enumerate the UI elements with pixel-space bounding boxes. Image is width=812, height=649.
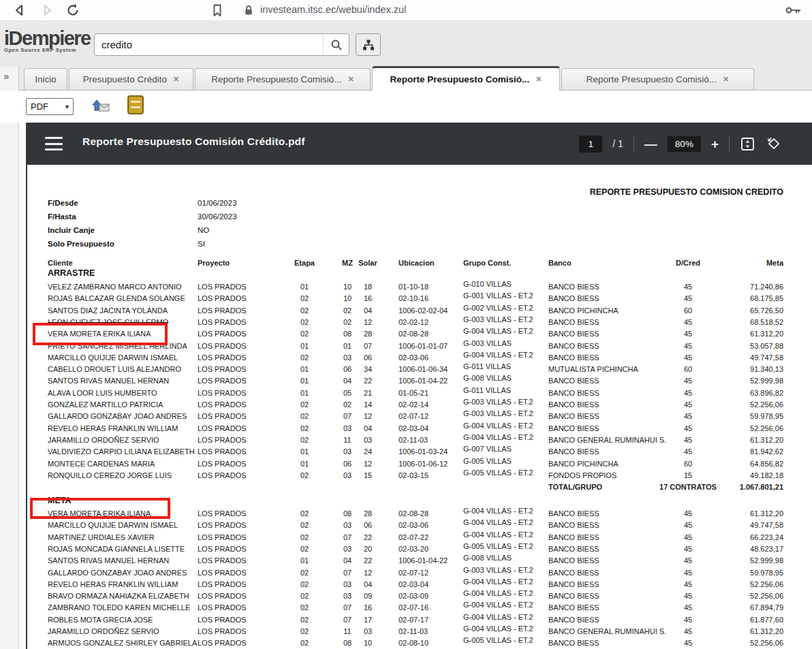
tab-close-icon[interactable]: ✕	[723, 76, 729, 83]
table-row: VELEZ ZAMBRANO MARCO ANTONIOLOS PRADOS01…	[27, 281, 812, 293]
search-input[interactable]	[95, 39, 323, 50]
table-row: MARCILLO QUIJIJE DARWIN ISMAELLOS PRADOS…	[27, 352, 812, 364]
cell-solar: 21	[356, 387, 380, 398]
hamburger-menu-icon[interactable]	[45, 137, 63, 151]
cell-dcred: 45	[659, 567, 717, 578]
cell-solar: 04	[356, 579, 380, 590]
tab-presupuesto-credito[interactable]: Presupuesto Crédito ✕	[69, 68, 193, 90]
tab-reporte-comision-3[interactable]: Reporte Presupuesto Comisió... ✕	[561, 68, 754, 90]
cell-solar: 06	[356, 520, 380, 531]
cell-proyecto: LOS PRADOS	[198, 399, 286, 410]
divider	[729, 136, 730, 152]
cell-dcred: 45	[659, 446, 717, 457]
cell-grupo: G-001 VILLAS - ET.2	[463, 290, 546, 301]
cell-ubicacion: 02-07-16	[399, 602, 461, 613]
cell-dcred: 45	[659, 399, 717, 410]
cell-solar: 12	[356, 458, 380, 469]
cell-grupo: G-011 VILLAS	[463, 385, 546, 396]
cell-proyecto: LOS PRADOS	[198, 364, 286, 375]
highlight-annotation-box	[30, 498, 170, 519]
chevron-down-icon: ▾	[65, 103, 69, 110]
table-row: GONZALEZ MARTILLO PATRICIALOS PRADOS0202…	[27, 399, 812, 411]
tab-label: Reporte Presupuesto Comisió...	[390, 74, 529, 84]
cell-grupo: G-007 VILLAS	[463, 443, 546, 454]
send-mail-icon[interactable]	[87, 96, 110, 115]
rotate-icon[interactable]	[766, 136, 782, 152]
key-icon[interactable]	[785, 3, 802, 17]
cell-banco: BANCO BIESS	[548, 423, 659, 434]
cell-dcred: 45	[659, 352, 717, 363]
tab-inicio[interactable]: Inicio	[24, 68, 67, 90]
cell-dcred: 45	[659, 614, 717, 625]
cell-ubicacion: 1006-01-01-07	[399, 341, 461, 351]
cell-solar: 18	[356, 281, 380, 292]
zoom-level-display[interactable]: 80%	[668, 136, 701, 152]
tab-close-icon[interactable]: ✕	[173, 76, 179, 83]
cell-banco: BANCO PICHINCHA	[548, 458, 659, 469]
cell-solar: 22	[356, 532, 380, 543]
sidebar-expand-chevron[interactable]: »	[3, 70, 9, 82]
cell-meta: 67.894,79	[717, 602, 783, 613]
back-icon[interactable]	[12, 3, 27, 18]
page-number-input[interactable]: 1	[579, 136, 602, 153]
idempiere-logo: iDempiere Open Source ERP System	[4, 28, 91, 53]
cell-ubicacion: 1006-02-02-04	[399, 305, 461, 316]
cell-ubicacion: 02-07-12	[399, 567, 461, 578]
browser-toolbar: investeam.itsc.ec/webui/index.zul	[0, 0, 812, 21]
archive-icon[interactable]	[127, 95, 144, 115]
cell-grupo: G-004 VILLAS - ET.2	[463, 349, 546, 360]
search-button[interactable]	[323, 34, 349, 55]
format-select[interactable]: PDF ▾	[26, 98, 74, 115]
search-icon	[330, 38, 343, 52]
tab-label: Reporte Presupuesto Comisió...	[211, 74, 341, 84]
zoom-out-button[interactable]: —	[644, 138, 657, 151]
table-row: VALDIVIEZO CARPIO LILIANA ELIZABETHLOS P…	[27, 446, 812, 458]
bookmark-icon[interactable]	[210, 3, 225, 18]
cell-proyecto: LOS PRADOS	[198, 614, 286, 625]
cell-etapa: 02	[290, 305, 319, 316]
tab-reporte-comision-2-active[interactable]: Reporte Presupuesto Comisió... ✕	[372, 66, 560, 91]
report-param: F/Hasta 30/06/2023	[48, 212, 388, 222]
tab-close-icon[interactable]: ✕	[535, 76, 542, 83]
tab-close-icon[interactable]: ✕	[348, 76, 354, 83]
zoom-in-button[interactable]: +	[711, 138, 719, 151]
cell-grupo: G-003 VILLAS - ET.2	[463, 314, 546, 325]
cell-cliente: ROBLES MOTA GRECIA JOSE	[48, 614, 196, 625]
cell-banco: BANCO BIESS	[548, 532, 659, 543]
app-header: iDempiere Open Source ERP System	[0, 21, 812, 66]
cell-grupo: G-003 VILLAS - ET.2	[463, 565, 546, 575]
table-row: JARAMILLO ORDOÑEZ SERVIOLOS PRADOS021103…	[27, 626, 812, 637]
cell-cliente: JARAMILLO ORDOÑEZ SERVIO	[48, 434, 196, 445]
section-heading: ARRASTRE	[48, 268, 95, 278]
cell-dcred: 45	[659, 375, 717, 386]
cell-banco: BANCO BIESS	[548, 508, 659, 519]
cell-banco: BANCO PICHINCHA	[548, 305, 659, 316]
url-address[interactable]: investeam.itsc.ec/webui/index.zul	[260, 4, 406, 15]
table-row: MONTECE CARDENAS MARIALOS PRADOS01061210…	[27, 458, 812, 470]
cell-ubicacion: 1006-01-06-34	[399, 364, 461, 375]
cell-cliente: ZAMBRANO TOLEDO KAREN MICHELLE	[48, 602, 196, 613]
menu-tree-button[interactable]	[356, 33, 381, 56]
tab-label: Reporte Presupuesto Comisió...	[587, 74, 717, 84]
table-row: SANTOS RIVAS MANUEL HERNANLOS PRADOS0104…	[27, 555, 812, 567]
cell-solar: 03	[356, 434, 380, 445]
table-row: REVELO HERAS FRANKLIN WILLIAMLOS PRADOS0…	[27, 579, 812, 590]
cell-dcred: 45	[659, 387, 717, 398]
cell-grupo: G-008 VILLAS	[463, 373, 546, 383]
tab-reporte-comision-1[interactable]: Reporte Presupuesto Comisió... ✕	[195, 68, 371, 90]
cell-ubicacion: 02-07-17	[399, 614, 461, 625]
fit-page-icon[interactable]	[740, 136, 755, 152]
pdf-viewer: Reporte Presupuesto Comisión Crédito.pdf…	[26, 123, 812, 649]
cell-meta: 61.877,60	[717, 614, 783, 625]
forward-icon[interactable]	[40, 3, 54, 18]
reload-icon[interactable]	[65, 3, 80, 18]
cell-grupo: G-004 VILLAS - ET.2	[463, 588, 546, 599]
cell-ubicacion: 02-03-09	[399, 590, 461, 601]
cell-grupo: G-004 VILLAS - ET.2	[463, 517, 546, 528]
cell-meta: 81.942,62	[717, 446, 783, 457]
cell-solar: 14	[356, 399, 380, 410]
table-row: MARTINEZ URDIALES XAVIERLOS PRADOS020722…	[27, 532, 812, 543]
cell-cliente: SANTOS RIVAS MANUEL HERNAN	[48, 555, 196, 566]
cell-banco: BANCO BIESS	[548, 293, 659, 304]
cell-proyecto: LOS PRADOS	[198, 328, 286, 339]
